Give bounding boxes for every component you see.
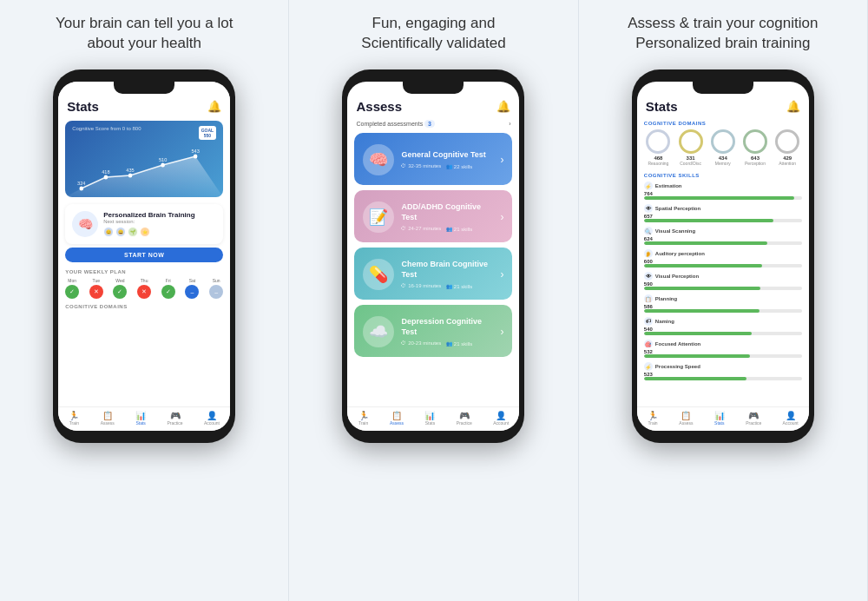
day-sat: Sat– <box>185 278 199 299</box>
test-depression[interactable]: ☁️ Depression Cognitive Test ⏱ 20-23 min… <box>354 305 512 357</box>
start-now-button[interactable]: START NOW <box>65 248 223 262</box>
svg-text:543: 543 <box>192 149 200 154</box>
nav-assess-3[interactable]: 📋Assess <box>679 411 693 426</box>
test-depression-time: ⏱ 20-23 minutes <box>401 340 441 347</box>
domain-ring-reasoning <box>646 129 670 154</box>
nav-stats-1[interactable]: 📊Stats <box>135 411 146 426</box>
phone-2: Assess 🔔 Completed assessments 3 › 🧠 Gen… <box>342 69 524 443</box>
test-chemo-skills: 👥 21 skills <box>446 283 472 289</box>
skill-naming[interactable]: 🏷Naming 540 <box>644 317 802 335</box>
skill-label-naming: Naming <box>655 319 674 324</box>
completed-row[interactable]: Completed assessments 3 › <box>347 117 519 130</box>
skill-visual-perc[interactable]: 👁Visual Perception 590 <box>644 272 802 290</box>
skill-focused[interactable]: 🎯Focused Attention 532 <box>644 340 802 358</box>
domain-ring-coord <box>679 129 703 154</box>
nav-practice-2[interactable]: 🎮Practice <box>457 411 472 426</box>
chart-svg: 324 418 435 510 543 <box>65 141 223 197</box>
nav-stats-3[interactable]: 📊Stats <box>714 411 725 426</box>
panel-2-title: Fun, engaging andScientifically validate… <box>361 14 505 57</box>
test-general-skills: 👥 22 skills <box>446 163 472 169</box>
test-adhd-time: ⏱ 24-27 minutes <box>401 226 441 232</box>
test-adhd-title: ADD/ADHD Cognitive Test <box>401 202 493 222</box>
day-tue: Tue✕ <box>89 278 103 299</box>
domain-label-coord: Coord/Disc <box>679 161 703 166</box>
test-adhd[interactable]: 📝 ADD/ADHD Cognitive Test ⏱ 24-27 minute… <box>354 190 512 242</box>
nav-assess-1[interactable]: 📋Assess <box>101 411 115 426</box>
nav-account-3[interactable]: 👤Account <box>783 411 799 426</box>
skill-icon-processing: ⚡ <box>644 362 653 371</box>
skill-estimation[interactable]: ⚡Estimation 764 <box>644 182 802 200</box>
skill-icon-spatial: 👁 <box>644 204 653 213</box>
test-depression-meta: ⏱ 20-23 minutes 👥 21 skills <box>401 340 493 347</box>
completed-label: Completed assessments 3 <box>356 121 435 127</box>
avatar-4: ⭐ <box>140 227 150 237</box>
skill-label-processing: Processing Speed <box>655 364 700 369</box>
domain-perception: 643 Perception <box>743 129 767 166</box>
test-general-time: ⏱ 32-35 minutes <box>401 163 441 169</box>
nav-practice-1[interactable]: 🎮Practice <box>167 411 182 426</box>
nav-train-2[interactable]: 🏃Train <box>358 411 369 426</box>
skill-icon-visual-perc: 👁 <box>644 272 653 281</box>
phone-notch-3 <box>693 82 753 94</box>
nav-train-3[interactable]: 🏃Train <box>648 411 658 426</box>
skill-label-visual-scan: Visual Scanning <box>655 228 695 234</box>
skill-visual-scan[interactable]: 🔍Visual Scanning 624 <box>644 227 802 245</box>
avatar-3: 🌱 <box>128 227 138 237</box>
nav-train-1[interactable]: 🏃Train <box>69 411 79 426</box>
card-title: Personalized Brain Training <box>103 211 216 219</box>
domain-ring-perception <box>743 129 767 154</box>
domain-reasoning: 468 Reasoning <box>646 129 670 166</box>
domain-label-memory: Memory <box>711 161 735 166</box>
test-chemo-meta: ⏱ 16-19 minutes 👥 21 skills <box>401 283 493 289</box>
svg-text:324: 324 <box>77 181 86 186</box>
svg-marker-0 <box>65 156 223 197</box>
skill-icon-planning: 📋 <box>644 294 653 303</box>
weekly-plan: YOUR WEEKLY PLAN Mon✓ Tue✕ Wed✓ Thu✕ <box>58 266 230 300</box>
panel-1-title: Your brain can tell you a lotabout your … <box>56 14 233 57</box>
bell-icon-2[interactable]: 🔔 <box>496 100 510 113</box>
nav-assess-2[interactable]: 📋Assess <box>390 411 404 426</box>
test-depression-skills: 👥 21 skills <box>446 340 472 347</box>
domain-label-reasoning: Reasoning <box>646 161 670 166</box>
day-icon-sat: – <box>185 285 199 299</box>
cog-skills-section-title: COGNITIVE SKILLS <box>637 169 809 180</box>
screen3-title: Stats <box>646 99 678 114</box>
chevron-general: › <box>500 154 503 166</box>
skill-label-estimation: Estimation <box>655 183 682 188</box>
domain-ring-attention <box>775 129 799 154</box>
day-wed: Wed✓ <box>113 278 127 299</box>
skill-auditory[interactable]: 👂Auditory perception 600 <box>644 249 802 267</box>
nav-account-2[interactable]: 👤Account <box>493 411 509 426</box>
test-chemo[interactable]: 💊 Chemo Brain Cognitive Test ⏱ 16-19 min… <box>354 248 512 300</box>
svg-point-4 <box>161 163 165 168</box>
test-chemo-title: Chemo Brain Cognitive Test <box>401 260 493 280</box>
skill-planning[interactable]: 📋Planning 586 <box>644 294 802 313</box>
skill-icon-estimation: ⚡ <box>644 182 653 190</box>
nav-practice-3[interactable]: 🎮Practice <box>746 411 761 426</box>
test-general[interactable]: 🧠 General Cognitive Test ⏱ 32-35 minutes… <box>354 133 512 185</box>
day-icon-mon: ✓ <box>65 285 79 299</box>
bell-icon-1[interactable]: 🔔 <box>207 100 221 113</box>
skill-icon-auditory: 👂 <box>644 249 653 258</box>
test-adhd-icon: 📝 <box>363 201 394 233</box>
nav-account-1[interactable]: 👤Account <box>204 411 220 426</box>
domain-label-attention: Attention <box>775 161 799 166</box>
domain-label-perception: Perception <box>743 161 767 166</box>
bell-icon-3[interactable]: 🔔 <box>786 100 800 113</box>
screen-2: Assess 🔔 Completed assessments 3 › 🧠 Gen… <box>347 82 519 431</box>
test-adhd-skills: 👥 21 skills <box>446 226 472 232</box>
bottom-nav-1: 🏃Train 📋Assess 📊Stats 🎮Practice 👤Account <box>58 406 230 431</box>
test-general-title: General Cognitive Test <box>401 150 493 161</box>
test-chemo-time: ⏱ 16-19 minutes <box>401 283 441 289</box>
skill-spatial[interactable]: 👁Spatial Perception 657 <box>644 204 802 222</box>
svg-text:435: 435 <box>127 168 135 173</box>
skill-label-spatial: Spatial Perception <box>655 206 700 211</box>
screen-1: Stats 🔔 Cognitive Score from 0 to 800 GO… <box>58 82 230 431</box>
svg-point-3 <box>128 174 133 178</box>
skill-processing[interactable]: ⚡Processing Speed 523 <box>644 362 802 380</box>
domain-attention: 429 Attention <box>775 129 799 166</box>
nav-stats-2[interactable]: 📊Stats <box>424 411 435 426</box>
test-depression-icon: ☁️ <box>363 316 394 347</box>
day-icon-thu: ✕ <box>137 285 151 299</box>
avatar-1: 😊 <box>103 227 114 237</box>
